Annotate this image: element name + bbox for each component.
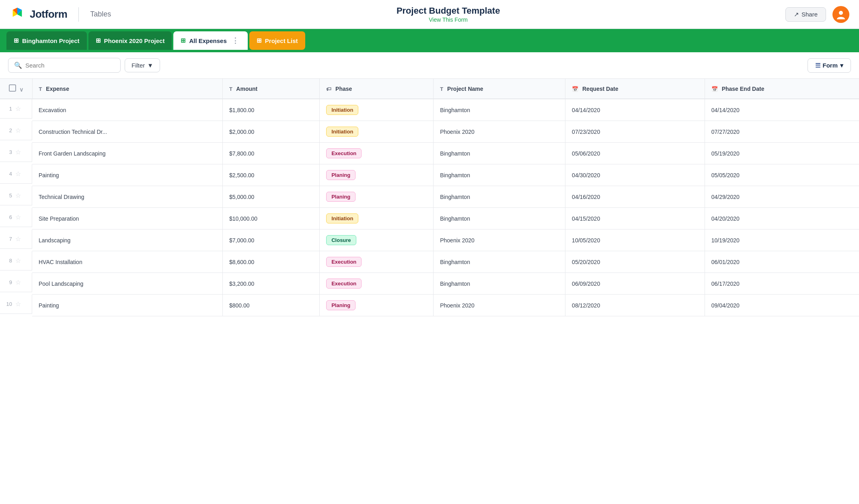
cell-project-name: Phoenix 2020 xyxy=(434,229,565,251)
cell-phase-end-date: 04/14/2020 xyxy=(705,99,859,121)
form-button[interactable]: ☰ Form ▾ xyxy=(808,58,851,73)
row-star-icon[interactable]: ☆ xyxy=(15,170,21,178)
table-header-row: ∨ T Expense T Amount 🏷 Phase T Project N… xyxy=(0,79,859,99)
row-number: 5 xyxy=(5,193,12,199)
row-num-star-cell: 6 ☆ xyxy=(0,208,32,227)
cell-request-date: 05/20/2020 xyxy=(565,251,705,273)
cell-expense: HVAC Installation xyxy=(32,251,223,273)
tab-all-expenses[interactable]: ⊞ All Expenses ⋮ xyxy=(173,31,247,50)
row-star-icon[interactable]: ☆ xyxy=(15,235,21,243)
table-row: 9 ☆ Pool Landscaping $3,200.00 Execution… xyxy=(0,273,859,295)
table-wrapper: ∨ T Expense T Amount 🏷 Phase T Project N… xyxy=(0,79,859,316)
cell-request-date: 04/30/2020 xyxy=(565,164,705,186)
cell-request-date: 07/23/2020 xyxy=(565,121,705,143)
row-number: 1 xyxy=(5,106,12,112)
cell-amount: $2,000.00 xyxy=(223,121,320,143)
col-phase-label: Phase xyxy=(335,86,352,92)
cell-phase-end-date: 07/27/2020 xyxy=(705,121,859,143)
table-row: 7 ☆ Landscaping $7,000.00 Closure Phoeni… xyxy=(0,229,859,251)
cell-request-date: 04/14/2020 xyxy=(565,99,705,121)
tab-phoenix-project[interactable]: ⊞ Phoenix 2020 Project xyxy=(88,31,172,50)
search-input[interactable] xyxy=(25,62,115,69)
filter-icon: ▼ xyxy=(147,62,153,69)
row-star-icon[interactable]: ☆ xyxy=(15,148,21,156)
expenses-table: ∨ T Expense T Amount 🏷 Phase T Project N… xyxy=(0,79,859,316)
row-star-icon[interactable]: ☆ xyxy=(15,105,21,113)
avatar xyxy=(832,6,849,23)
cell-phase-end-date: 09/04/2020 xyxy=(705,295,859,316)
cell-expense: Excavation xyxy=(32,99,223,121)
row-number: 7 xyxy=(5,236,12,242)
row-star-icon[interactable]: ☆ xyxy=(15,279,21,286)
row-num-star-cell: 3 ☆ xyxy=(0,143,32,162)
select-all-checkbox[interactable] xyxy=(9,84,16,92)
project-name-col-icon: T xyxy=(440,86,443,92)
cell-phase-end-date: 06/01/2020 xyxy=(705,251,859,273)
row-star-icon[interactable]: ☆ xyxy=(15,257,21,264)
row-expand-icon[interactable]: ∨ xyxy=(19,86,23,93)
tab-grid-icon-2: ⊞ xyxy=(96,37,101,44)
row-num-star-cell: 4 ☆ xyxy=(0,164,32,184)
view-form-link[interactable]: View This Form xyxy=(429,16,468,23)
cell-phase: Execution xyxy=(320,273,434,295)
search-box[interactable]: 🔍 xyxy=(8,58,121,73)
form-chevron-icon: ▾ xyxy=(840,62,843,69)
cell-amount: $7,800.00 xyxy=(223,143,320,164)
row-star-icon[interactable]: ☆ xyxy=(15,300,21,308)
tab-more-icon[interactable]: ⋮ xyxy=(230,36,240,45)
header-right: ↗ Share xyxy=(785,6,849,23)
phase-end-date-col-icon: 📅 xyxy=(711,86,718,92)
tab-project-list-label: Project List xyxy=(265,37,298,44)
share-icon: ↗ xyxy=(794,11,799,18)
row-num-star-cell: 7 ☆ xyxy=(0,229,32,249)
cell-phase: Planing xyxy=(320,295,434,316)
search-icon: 🔍 xyxy=(14,61,22,69)
expense-col-icon: T xyxy=(39,86,42,92)
col-header-phase-end-date: 📅 Phase End Date xyxy=(705,79,859,99)
row-number: 3 xyxy=(5,149,12,155)
row-number: 10 xyxy=(5,301,12,307)
cell-phase: Initiation xyxy=(320,99,434,121)
row-star-icon[interactable]: ☆ xyxy=(15,127,21,134)
amount-col-icon: T xyxy=(229,86,232,92)
table-row: 10 ☆ Painting $800.00 Planing Phoenix 20… xyxy=(0,295,859,316)
cell-amount: $3,200.00 xyxy=(223,273,320,295)
tab-project-list[interactable]: ⊞ Project List xyxy=(249,31,305,50)
row-num-star-cell: 10 ☆ xyxy=(0,295,32,314)
cell-expense: Painting xyxy=(32,295,223,316)
header-center: Project Budget Template View This Form xyxy=(111,6,785,23)
cell-phase-end-date: 04/20/2020 xyxy=(705,208,859,229)
cell-expense: Technical Drawing xyxy=(32,186,223,208)
cell-request-date: 06/09/2020 xyxy=(565,273,705,295)
svg-point-2 xyxy=(839,11,843,15)
row-num-star-cell: 2 ☆ xyxy=(0,121,32,140)
col-header-expense: T Expense xyxy=(32,79,223,99)
cell-amount: $800.00 xyxy=(223,295,320,316)
table-row: 4 ☆ Painting $2,500.00 Planing Binghamto… xyxy=(0,164,859,186)
row-star-icon[interactable]: ☆ xyxy=(15,192,21,199)
cell-phase-end-date: 04/29/2020 xyxy=(705,186,859,208)
col-project-name-label: Project Name xyxy=(447,86,483,92)
cell-project-name: Binghamton xyxy=(434,143,565,164)
cell-phase: Execution xyxy=(320,143,434,164)
tab-binghamton-project[interactable]: ⊞ Binghamton Project xyxy=(6,31,87,50)
phase-col-icon: 🏷 xyxy=(326,86,331,92)
share-button[interactable]: ↗ Share xyxy=(785,7,826,22)
table-row: 8 ☆ HVAC Installation $8,600.00 Executio… xyxy=(0,251,859,273)
avatar-icon xyxy=(835,9,847,20)
cell-expense: Painting xyxy=(32,164,223,186)
row-star-icon[interactable]: ☆ xyxy=(15,213,21,221)
form-label: Form xyxy=(823,62,838,69)
row-num-star-cell: 8 ☆ xyxy=(0,251,32,270)
header-divider xyxy=(78,7,79,22)
logo-area: Jotform Tables xyxy=(10,7,111,22)
cell-phase: Closure xyxy=(320,229,434,251)
tab-grid-icon-4: ⊞ xyxy=(257,37,262,44)
cell-request-date: 05/06/2020 xyxy=(565,143,705,164)
filter-button[interactable]: Filter ▼ xyxy=(125,58,160,72)
tables-label: Tables xyxy=(90,10,111,18)
cell-amount: $8,600.00 xyxy=(223,251,320,273)
col-header-phase: 🏷 Phase xyxy=(320,79,434,99)
tab-grid-icon-3: ⊞ xyxy=(181,37,186,44)
cell-request-date: 04/15/2020 xyxy=(565,208,705,229)
